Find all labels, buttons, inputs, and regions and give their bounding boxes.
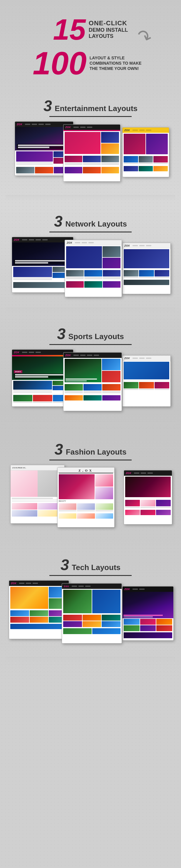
grid-item [139,270,154,278]
tech-grid-item [30,610,49,616]
grid-item [141,510,155,516]
hero-image [12,242,73,266]
title-line [18,147,49,148]
hero-image [65,132,100,154]
grid-image [139,156,153,162]
fashion-header: 3 Fashion Layouts [6,440,175,460]
grid-section [123,381,171,391]
tech-grid-item [124,619,140,625]
grid-section [65,269,122,280]
full-width-content [123,279,171,286]
content-row [123,248,171,269]
logo: ZOX [65,354,71,357]
fashion-hero [10,470,64,497]
grid-item [95,513,113,519]
grid-image [102,395,120,401]
network-header: 3 Network Layouts [6,212,175,232]
nav-dot [139,130,145,131]
grid-item [156,500,171,508]
grid-item [77,503,95,512]
grid-image [153,156,168,162]
title-line [65,380,87,381]
grid-image [141,500,155,506]
bottom-row [123,632,173,639]
tech-grid-item [10,610,29,616]
side-image [95,474,113,487]
grid-section2 [63,394,122,402]
screen-header: ZOX [123,587,173,592]
category-label: SPORTS [14,370,22,373]
hero-image [124,362,169,379]
bottom-row [62,628,122,635]
tech-grid-item [124,625,140,631]
grid-item [102,395,120,401]
grid-image [139,270,154,277]
grid-section [123,155,169,165]
grid-image [124,270,139,277]
network-number: 3 [54,213,63,230]
grid-item [139,166,153,172]
grid-image [16,167,34,174]
hero-text [14,259,71,265]
fashion-number: 3 [55,441,63,458]
nav-dots [22,352,41,353]
nav-dots [72,586,90,587]
tech-section: 3 Tech Layouts ZOX [6,556,175,662]
text-line [12,498,53,499]
text-line [141,507,155,508]
grid-item [59,513,77,519]
text-line [13,279,52,280]
side-image [95,487,113,499]
hero-sub-text: LAYOUT & STYLE COMBINATIONS TO MAKE THE … [90,55,148,71]
grid-item [33,395,52,403]
page-wrapper: 15 ONE-CLICK DEMO INSTALL LAYOUTS 100 LA… [0,0,181,683]
hero-image [124,134,146,154]
entertainment-section: 3 Entertainment Layouts ZOX [6,97,175,201]
nav-dot [134,472,139,474]
nav-dot [82,242,87,243]
content-image [13,267,52,277]
text-line [155,389,169,390]
grid-image [77,503,95,510]
screen-header: zox [62,584,122,589]
fashion-screen-center: Z,OX Beauty [57,467,115,527]
tech-grid-section [123,618,173,632]
content-row [65,245,122,269]
bottom-row [9,623,69,630]
grid-item [141,500,155,508]
grid-item [83,167,100,174]
grid-section2 [124,509,172,517]
section-label: Beauty [58,500,114,502]
hero-number-15: 15 [53,15,86,44]
text-line [16,162,53,163]
tech-grid-item [63,621,82,627]
tech-grid-section [9,610,69,623]
grid-image [156,500,171,506]
entertainment-header: 3 Entertainment Layouts [6,97,175,117]
grid-item [95,503,113,512]
entertainment-number: 3 [43,97,52,114]
nav-dot [25,124,30,125]
sports-screen-right: ZOX [122,355,171,407]
title-line [15,374,70,375]
logo: ZOX [65,126,71,129]
text-line [139,163,153,164]
grid-image [77,513,95,519]
logo: ZOX [67,241,72,244]
fashion-grid [12,503,63,517]
bottom-image [63,628,92,634]
entertainment-screen-center: ZOX [63,124,120,182]
grid-item [65,167,82,174]
nav-dot [35,352,41,353]
grid-image [83,167,100,174]
grid-image [139,382,154,389]
fashion-image [10,470,38,497]
side-images [101,132,119,154]
title-line [18,145,70,146]
grid-item [84,281,102,288]
tech-showcase: ZOX [6,580,175,662]
text-line [66,278,84,279]
text-line [16,174,34,175]
tech-screen-center: zox [62,583,122,644]
title-block [14,373,71,379]
